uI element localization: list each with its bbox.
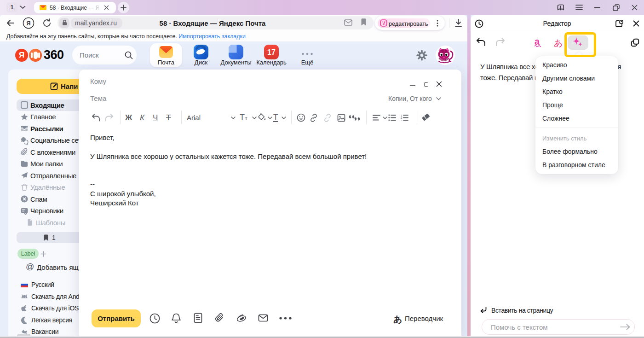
svg-text:3: 3	[401, 119, 402, 122]
svg-text:17: 17	[267, 48, 276, 56]
svg-text:Я: Я	[26, 20, 30, 27]
